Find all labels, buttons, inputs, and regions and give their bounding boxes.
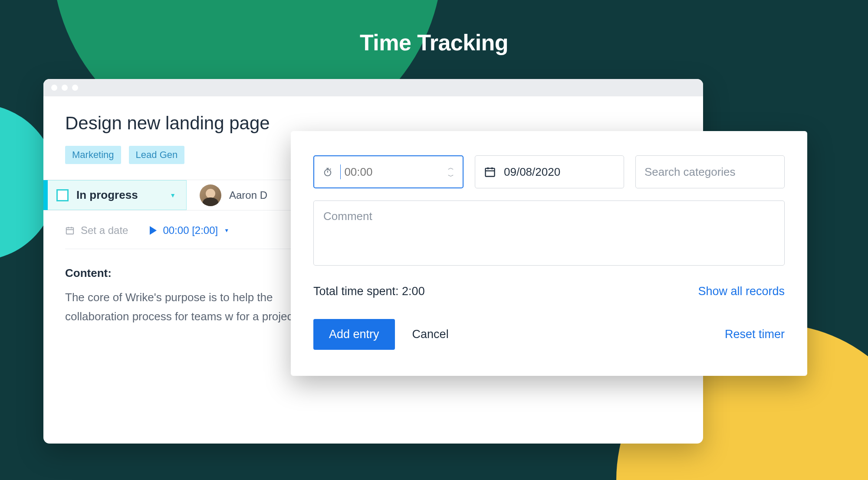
tag-lead-gen[interactable]: Lead Gen: [129, 146, 185, 164]
svg-line-8: [330, 169, 331, 170]
chevron-down-icon: ▼: [224, 227, 229, 233]
window-dot: [72, 85, 78, 91]
status-label: In progress: [76, 188, 162, 202]
comment-placeholder: Comment: [323, 210, 372, 223]
svg-point-4: [325, 170, 331, 176]
timer-display[interactable]: 00:00 [2:00] ▼: [150, 224, 229, 237]
add-entry-button[interactable]: Add entry: [313, 319, 395, 350]
svg-rect-9: [486, 168, 495, 177]
date-placeholder: Set a date: [81, 224, 128, 237]
reset-timer-link[interactable]: Reset timer: [725, 328, 785, 341]
status-checkbox[interactable]: [56, 189, 69, 201]
window-chrome: [43, 79, 703, 96]
text-cursor: [340, 164, 341, 179]
play-icon: [150, 226, 157, 235]
content-body: The core of Wrike's purpose is to help t…: [65, 288, 308, 326]
spinner-up-icon[interactable]: ︿: [448, 164, 454, 171]
time-spinner: ︿ ﹀: [448, 164, 454, 179]
calendar-icon: [65, 226, 75, 235]
spinner-down-icon[interactable]: ﹀: [448, 173, 454, 179]
time-input[interactable]: ︿ ﹀: [313, 155, 464, 188]
calendar-icon: [484, 166, 496, 178]
window-dot: [62, 85, 68, 91]
date-value: 09/08/2020: [504, 165, 560, 179]
tag-marketing[interactable]: Marketing: [65, 146, 121, 164]
svg-rect-0: [66, 228, 74, 234]
comment-input[interactable]: Comment: [313, 201, 785, 266]
stopwatch-icon: [323, 165, 332, 178]
category-search[interactable]: Search categories: [635, 155, 785, 188]
task-title: Design new landing page: [65, 113, 681, 134]
chevron-down-icon: ▼: [170, 192, 176, 199]
date-input[interactable]: 09/08/2020: [475, 155, 624, 188]
search-placeholder: Search categories: [644, 165, 736, 179]
page-title: Time Tracking: [0, 30, 868, 56]
status-dropdown[interactable]: In progress ▼: [48, 180, 187, 210]
total-time-label: Total time spent: 2:00: [313, 285, 425, 298]
time-entry-popup: ︿ ﹀ 09/08/2020 Search categories Comment…: [291, 131, 807, 376]
date-picker[interactable]: Set a date: [65, 224, 128, 237]
time-input-field[interactable]: [344, 165, 440, 179]
timer-value: 00:00 [2:00]: [163, 224, 218, 237]
show-all-records-link[interactable]: Show all records: [698, 285, 785, 298]
cancel-button[interactable]: Cancel: [412, 328, 449, 341]
window-dot: [51, 85, 57, 91]
assignee-name: Aaron D: [229, 189, 267, 201]
status-accent: [43, 180, 48, 210]
assignee[interactable]: Aaron D: [187, 180, 280, 210]
avatar: [200, 184, 221, 206]
